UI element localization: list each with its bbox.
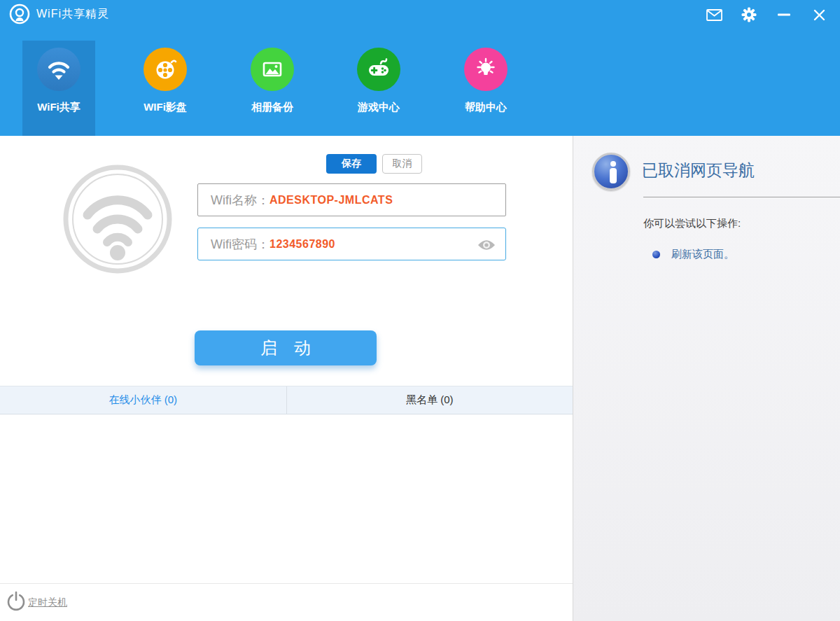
show-password-eye-icon[interactable] xyxy=(477,239,496,251)
cancel-button[interactable]: 取消 xyxy=(382,154,422,174)
side-panel: 已取消网页导航 你可以尝试以下操作: 刷新该页面。 xyxy=(573,136,840,621)
photo-icon xyxy=(251,48,294,91)
minimize-icon[interactable] xyxy=(776,6,792,23)
mail-icon[interactable] xyxy=(706,6,722,23)
nav-item-game-center[interactable]: 游戏中心 xyxy=(342,41,415,136)
film-reel-icon xyxy=(144,48,187,91)
wifi-status-badge-icon xyxy=(62,163,174,275)
wifi-name-value: ADESKTOP-JMLCATS xyxy=(270,194,393,207)
refresh-page-link[interactable]: 刷新该页面。 xyxy=(671,248,734,261)
nav-item-help-center[interactable]: 帮助中心 xyxy=(449,41,522,136)
lightbulb-icon xyxy=(464,48,507,91)
try-actions-text: 你可以尝试以下操作: xyxy=(643,217,741,230)
gamepad-icon xyxy=(357,48,400,91)
window-title: WiFi共享精灵 xyxy=(36,7,109,22)
nav-label: WiFi共享 xyxy=(22,101,95,114)
wifi-name-input[interactable]: Wifi名称： ADESKTOP-JMLCATS xyxy=(197,183,506,216)
nav-label: WIFi影盘 xyxy=(129,101,202,114)
nav-label: 帮助中心 xyxy=(449,101,522,114)
app-window: WiFi共享精灵 xyxy=(0,0,840,621)
wifi-name-label: Wifi名称： xyxy=(211,192,270,209)
power-icon xyxy=(6,590,27,615)
scheduled-shutdown-label: 定时关机 xyxy=(28,596,67,609)
save-button[interactable]: 保存 xyxy=(326,154,377,174)
nav-item-photo-backup[interactable]: 相册备份 xyxy=(236,41,309,136)
tab-bar: 在线小伙伴 (0) 黑名单 (0) xyxy=(0,386,573,414)
close-icon[interactable] xyxy=(811,6,827,23)
titlebar: WiFi共享精灵 xyxy=(0,0,840,28)
navigation-canceled-title: 已取消网页导航 xyxy=(642,160,755,181)
divider xyxy=(643,197,840,197)
nav-label: 相册备份 xyxy=(236,101,309,114)
bullet-icon xyxy=(652,251,660,258)
footer: 定时关机 xyxy=(0,583,573,621)
nav-label: 游戏中心 xyxy=(342,101,415,114)
nav-item-wifi-share[interactable]: WiFi共享 xyxy=(22,41,95,136)
main-panel: 保存 取消 Wifi名称： ADESKTOP-JMLCATS Wifi密码： 1… xyxy=(0,136,573,621)
header: WiFi共享精灵 xyxy=(0,0,840,136)
wifi-password-label: Wifi密码： xyxy=(211,236,270,253)
start-button[interactable]: 启 动 xyxy=(195,330,377,365)
scheduled-shutdown-link[interactable]: 定时关机 xyxy=(6,590,67,615)
wifi-password-value: 1234567890 xyxy=(270,238,335,251)
nav-item-wifi-disk[interactable]: WIFi影盘 xyxy=(129,41,202,136)
tab-blacklist[interactable]: 黑名单 (0) xyxy=(286,386,573,414)
wifi-icon xyxy=(37,48,80,91)
tab-online-friends[interactable]: 在线小伙伴 (0) xyxy=(0,386,286,414)
info-icon xyxy=(592,153,630,190)
gear-icon[interactable] xyxy=(741,6,757,23)
wifi-password-input[interactable]: Wifi密码： 1234567890 xyxy=(197,228,506,260)
app-logo-icon xyxy=(7,2,32,27)
